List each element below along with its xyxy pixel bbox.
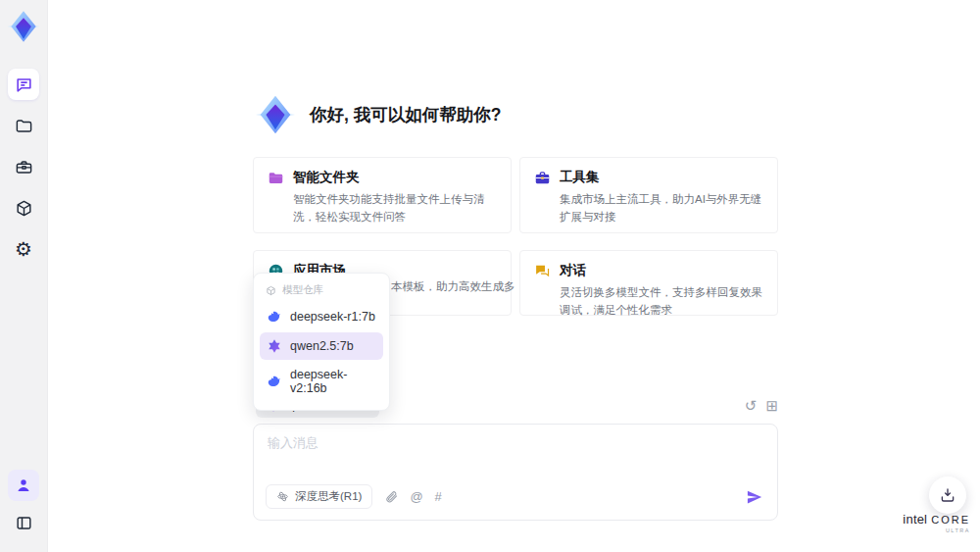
message-composer: 深度思考(R1) @ # [253, 424, 778, 521]
sidebar-footer [8, 470, 39, 538]
deep-think-label: 深度思考(R1) [295, 489, 362, 504]
at-icon[interactable]: @ [410, 490, 422, 503]
card-description: 集成市场上主流工具，助力AI与外界无缝扩展与对接 [560, 191, 763, 226]
chat-icon [15, 75, 33, 94]
deep-think-toggle[interactable]: 深度思考(R1) [266, 484, 372, 509]
sidebar-item-account[interactable] [8, 470, 39, 501]
folder-icon [15, 117, 33, 135]
deepseek-whale-icon [267, 374, 282, 389]
intel-logo-text: intel [903, 512, 927, 527]
model-option-qwen[interactable]: qwen2.5:7b [260, 332, 383, 360]
card-description: 灵活切换多模型文件，支持多样回复效果调试，满足个性化需求 [560, 284, 763, 320]
card-dialog[interactable]: 对话 灵活切换多模型文件，支持多样回复效果调试，满足个性化需求 [519, 250, 778, 316]
sidebar-item-tools[interactable] [8, 151, 39, 182]
history-icon[interactable]: ↺ [745, 398, 758, 413]
model-dropdown-header: 模型仓库 [254, 278, 389, 301]
download-icon [939, 486, 956, 504]
chat-actions: ↺ ⊞ [745, 398, 778, 413]
card-description: 智能文件夹功能支持批量文件上传与清洗，轻松实现文件问答 [293, 191, 497, 226]
greeting-logo [253, 92, 298, 137]
sidebar-item-models[interactable] [8, 192, 39, 224]
greeting-title: 你好, 我可以如何帮助你? [310, 103, 501, 126]
sidebar-item-chat[interactable] [8, 69, 39, 100]
model-option-deepseek-r1[interactable]: deepseek-r1:7b [260, 303, 383, 330]
send-icon[interactable] [746, 488, 763, 506]
sidebar: ⚙ [0, 0, 48, 552]
model-dropdown: 模型仓库 deepseek-r1:7b qwen2.5:7b deepseek-… [253, 273, 390, 411]
briefcase-icon [534, 170, 551, 186]
qwen-star-icon [267, 338, 282, 354]
purple-folder-icon [268, 170, 284, 186]
sidebar-item-settings[interactable]: ⚙ [8, 233, 39, 265]
paperclip-icon[interactable] [385, 490, 398, 503]
card-title: 工具集 [560, 169, 600, 186]
sidebar-item-folders[interactable] [8, 110, 39, 141]
model-option-deepseek-v2[interactable]: deepseek-v2:16b [260, 362, 383, 401]
message-input[interactable] [268, 434, 758, 472]
greeting: 你好, 我可以如何帮助你? [253, 92, 501, 137]
chat-bubble-icon [534, 263, 551, 279]
toolbox-icon [15, 158, 33, 176]
model-option-label: deepseek-r1:7b [290, 310, 375, 324]
card-smart-folder[interactable]: 智能文件夹 智能文件夹功能支持批量文件上传与清洗，轻松实现文件问答 [253, 157, 512, 233]
model-dropdown-header-label: 模型仓库 [282, 283, 323, 297]
sidebar-nav: ⚙ [8, 69, 39, 265]
composer-toolbar: 深度思考(R1) @ # [266, 484, 763, 509]
card-title: 智能文件夹 [293, 169, 360, 186]
composer-icons: @ # [385, 490, 441, 503]
intel-core-badge: intel CORE ULTRA [903, 512, 970, 533]
sidebar-item-panel-toggle[interactable] [8, 507, 39, 538]
download-button[interactable] [929, 477, 966, 514]
new-chat-icon[interactable]: ⊞ [765, 398, 778, 413]
settings-gear-icon: ⚙ [15, 239, 32, 259]
hash-icon[interactable]: # [435, 490, 442, 503]
card-title: 对话 [560, 262, 586, 279]
deepseek-whale-icon [267, 309, 282, 325]
panel-layout-icon [15, 514, 33, 532]
app-logo [5, 8, 42, 45]
intel-core-text: CORE [931, 514, 970, 526]
model-option-label: deepseek-v2:16b [290, 368, 376, 395]
cube-icon [15, 199, 33, 218]
repo-box-icon [266, 285, 276, 296]
card-toolset[interactable]: 工具集 集成市场上主流工具，助力AI与外界无缝扩展与对接 [519, 157, 778, 233]
card-description-partial: 本模板，助力高效生成多 [391, 278, 515, 296]
atom-icon [276, 490, 289, 503]
user-icon [15, 477, 32, 494]
intel-ultra-text: ULTRA [903, 527, 970, 533]
model-option-label: qwen2.5:7b [290, 339, 354, 353]
